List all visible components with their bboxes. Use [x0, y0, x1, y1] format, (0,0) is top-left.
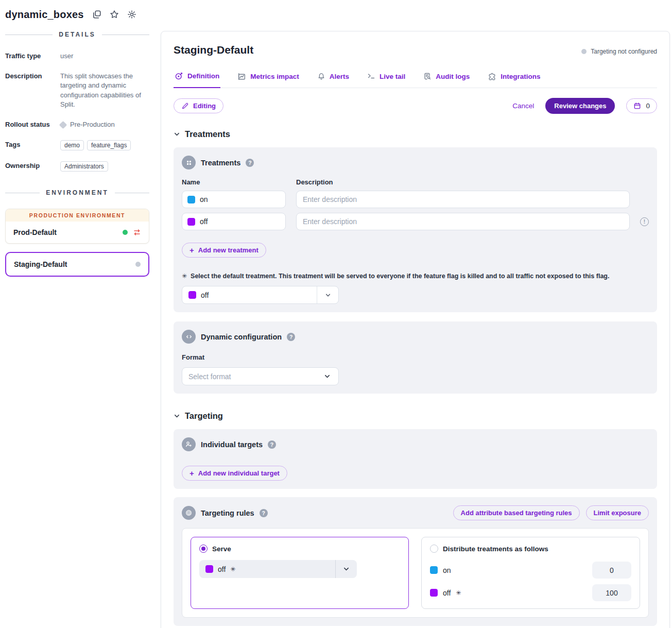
help-icon[interactable]: ?: [246, 159, 254, 167]
owner-chip: Administrators: [60, 161, 108, 172]
serve-treatment-select[interactable]: off ✳: [199, 560, 357, 578]
tab-audit-logs[interactable]: Audit logs: [422, 71, 471, 88]
copy-icon[interactable]: [92, 10, 101, 19]
treatment-color-swatch: [430, 566, 438, 574]
targeting-section-heading: Targeting: [185, 411, 223, 421]
env-name-prod: Prod-Default: [13, 228, 57, 236]
star-icon[interactable]: [110, 10, 119, 19]
serve-label: Serve: [212, 545, 231, 553]
help-icon[interactable]: ?: [287, 333, 295, 341]
sync-arrows-icon: [133, 228, 141, 236]
targeting-section-toggle[interactable]: Targeting: [174, 411, 657, 421]
gear-icon[interactable]: [127, 10, 136, 19]
treatment-color-swatch: [205, 565, 213, 573]
add-new-treatment-button[interactable]: + Add new treatment: [182, 243, 266, 258]
env-card-staging[interactable]: Staging-Default: [5, 252, 149, 277]
sidebar: DETAILS Traffic type user Description Th…: [0, 0, 161, 628]
flag-name-title: dynamic_boxes: [5, 9, 84, 21]
name-column-header: Name: [182, 178, 286, 186]
distribute-percent-input[interactable]: [592, 562, 631, 579]
app-header: dynamic_boxes: [0, 0, 136, 29]
tab-label: Audit logs: [436, 73, 470, 80]
treatment-color-swatch: [187, 196, 195, 203]
serve-option-card[interactable]: Serve off ✳: [191, 537, 409, 609]
asterisk-icon: ✳: [182, 273, 187, 280]
review-changes-button[interactable]: Review changes: [545, 98, 615, 114]
distribute-radio-row[interactable]: Distribute treatments as follows: [430, 545, 631, 553]
tab-live-tail[interactable]: Live tail: [366, 71, 406, 88]
traffic-type-row: Traffic type user: [5, 52, 149, 61]
distribute-percent-input[interactable]: [592, 584, 631, 601]
distribute-treatment-row: on: [430, 562, 631, 579]
tags-row: Tags demo feature_flags: [5, 140, 149, 150]
info-icon[interactable]: !: [640, 217, 649, 226]
treatment-color-swatch: [187, 218, 195, 226]
individual-targets-card: Individual targets ? + Add new individua…: [174, 429, 657, 489]
rollout-status-value: Pre-Production: [70, 120, 115, 129]
env-name-staging: Staging-Default: [14, 260, 67, 268]
targeting-status-dot: [581, 49, 587, 54]
format-label: Format: [182, 353, 649, 361]
target-icon: [182, 506, 196, 520]
tab-metrics-impact[interactable]: Metrics impact: [236, 71, 300, 88]
tab-label: Live tail: [380, 73, 405, 80]
treatments-section-heading: Treatments: [185, 129, 230, 139]
help-icon[interactable]: ?: [268, 440, 276, 449]
tab-label: Integrations: [501, 73, 540, 80]
add-attribute-rules-button[interactable]: Add attribute based targeting rules: [453, 505, 580, 520]
tab-integrations[interactable]: Integrations: [487, 71, 541, 88]
chevron-down-icon: [335, 560, 357, 578]
cancel-button[interactable]: Cancel: [512, 102, 534, 110]
help-icon[interactable]: ?: [260, 509, 268, 517]
individual-targets-title: Individual targets: [201, 440, 263, 449]
chevron-down-icon: [174, 413, 180, 419]
asterisk-icon: ✳: [230, 566, 235, 573]
details-heading: DETAILS: [5, 31, 149, 38]
code-icon: [182, 330, 196, 344]
treatment-name-input[interactable]: off: [182, 213, 286, 230]
distribute-treatment-name: off: [443, 589, 451, 597]
ownership-label: Ownership: [5, 161, 60, 172]
treatment-name-input[interactable]: on: [182, 191, 286, 208]
serve-radio-row[interactable]: Serve: [199, 545, 400, 553]
distribute-radio[interactable]: [430, 545, 438, 553]
calendar-icon: [633, 102, 641, 110]
plus-icon: +: [189, 469, 194, 477]
serve-radio[interactable]: [199, 545, 208, 553]
tab-label: Alerts: [330, 73, 349, 80]
env-card-prod[interactable]: PRODUCTION ENVIRONMENT Prod-Default: [5, 209, 149, 244]
distribute-option-card[interactable]: Distribute treatments as follows on: [421, 537, 640, 609]
default-treatment-select[interactable]: off: [182, 286, 339, 304]
tab-alerts[interactable]: Alerts: [316, 71, 350, 88]
treatments-card-title: Treatments: [201, 159, 240, 167]
traffic-type-value: user: [60, 52, 73, 61]
tag-chip: demo: [60, 140, 84, 150]
treatment-description-input[interactable]: [296, 213, 630, 230]
dynamic-configuration-card: Dynamic configuration ? Format Select fo…: [174, 321, 657, 394]
distribute-treatment-row: off ✳: [430, 584, 631, 601]
chevron-down-icon: [317, 286, 338, 303]
treatment-color-swatch: [188, 291, 196, 299]
env-inactive-dot: [135, 262, 141, 267]
treatments-grid-icon: [182, 156, 196, 169]
treatments-section-toggle[interactable]: Treatments: [174, 129, 657, 139]
editing-button[interactable]: Editing: [174, 98, 223, 113]
limit-exposure-button[interactable]: Limit exposure: [586, 505, 649, 520]
queue-count: 0: [646, 102, 650, 110]
rollout-status-row: Rollout status Pre-Production: [5, 120, 149, 129]
plus-icon: +: [189, 246, 194, 254]
treatment-description-input[interactable]: [296, 191, 630, 208]
description-label: Description: [5, 72, 60, 109]
tab-definition[interactable]: Definition: [174, 71, 220, 88]
targeting-rules-title: Targeting rules: [201, 509, 254, 517]
distribute-treatment-name: on: [443, 566, 451, 574]
change-queue-button[interactable]: 0: [626, 98, 657, 113]
format-select[interactable]: Select format: [182, 367, 339, 385]
definition-target-icon: [175, 72, 183, 80]
person-add-icon: [182, 437, 196, 451]
dynamic-configuration-title: Dynamic configuration: [201, 333, 282, 341]
add-individual-target-button[interactable]: + Add new individual target: [182, 466, 287, 481]
description-row: Description This split showcases the tar…: [5, 72, 149, 109]
serve-treatment-value: off: [218, 565, 226, 573]
targeting-status-text: Targeting not configured: [591, 48, 657, 55]
